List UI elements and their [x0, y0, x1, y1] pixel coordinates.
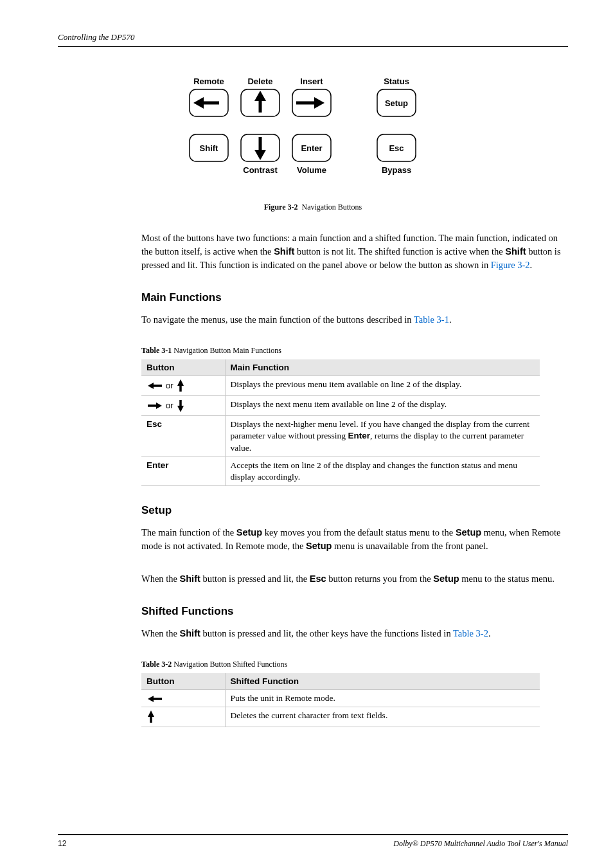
svg-marker-7	[254, 150, 266, 160]
setup-heading: Setup	[141, 504, 568, 517]
figure-3-2-link[interactable]: Figure 3-2	[491, 260, 530, 270]
table-row: Deletes the current character from text …	[141, 707, 540, 727]
arrow-down-icon	[176, 399, 185, 413]
svg-marker-5	[314, 97, 324, 109]
page-footer: 12 Dolby® DP570 Multichannel Audio Tool …	[58, 834, 568, 849]
intro-paragraph: Most of the buttons have two functions: …	[141, 231, 568, 272]
label-contrast: Contrast	[243, 165, 278, 175]
arrow-left-icon	[147, 694, 163, 703]
page-number: 12	[58, 839, 66, 848]
arrow-right-icon	[147, 401, 163, 410]
table-3-1-link[interactable]: Table 3-1	[414, 314, 449, 325]
shifted-functions-heading: Shifted Functions	[141, 605, 568, 618]
shifted-functions-para: When the Shift button is pressed and lit…	[141, 627, 568, 640]
svg-marker-9	[148, 383, 154, 389]
svg-marker-11	[177, 379, 184, 386]
arrow-left-icon	[193, 97, 219, 109]
svg-marker-1	[193, 97, 204, 109]
svg-marker-19	[148, 710, 154, 717]
label-delete: Delete	[247, 77, 272, 86]
svg-marker-3	[254, 91, 266, 101]
label-enter: Enter	[301, 143, 322, 153]
navigation-buttons-figure: .lab { font-family: Arial, Helvetica, sa…	[58, 73, 568, 191]
table-3-2-link[interactable]: Table 3-2	[453, 628, 488, 638]
label-volume: Volume	[297, 165, 326, 175]
label-insert: Insert	[300, 77, 323, 86]
arrow-right-icon	[296, 97, 324, 109]
main-functions-heading: Main Functions	[141, 291, 568, 304]
main-functions-para: To navigate the menus, use the main func…	[141, 313, 568, 327]
figure-caption-text: Navigation Buttons	[302, 203, 362, 212]
arrow-up-icon	[176, 379, 185, 393]
nav-buttons-svg: .lab { font-family: Arial, Helvetica, sa…	[184, 73, 441, 188]
t2-head-function: Shifted Function	[225, 673, 540, 690]
arrow-left-icon	[147, 381, 163, 390]
running-header: Controlling the DP570	[58, 32, 568, 47]
figure-label: Figure 3-2	[264, 203, 298, 212]
label-setup: Setup	[385, 98, 408, 108]
label-shift: Shift	[200, 143, 219, 153]
label-status: Status	[384, 77, 409, 86]
table-row: or Displays the previous menu item avail…	[141, 376, 540, 396]
svg-marker-13	[156, 402, 162, 409]
label-bypass: Bypass	[382, 165, 411, 175]
label-esc: Esc	[389, 143, 404, 153]
arrow-down-icon	[254, 137, 266, 160]
setup-para-2: When the Shift button is pressed and lit…	[141, 572, 568, 586]
svg-marker-17	[148, 696, 154, 702]
setup-para-1: The main function of the Setup key moves…	[141, 526, 568, 553]
table-row: Puts the unit in Remote mode.	[141, 690, 540, 707]
table-row: Esc Displays the next-higher menu level.…	[141, 416, 540, 457]
table-2-caption: Table 3-2 Navigation Button Shifted Func…	[141, 660, 568, 669]
t1-head-button: Button	[141, 359, 225, 376]
footer-title: Dolby® DP570 Multichannel Audio Tool Use…	[393, 839, 568, 849]
table-1: Button Main Function or Displays the pre…	[141, 359, 540, 486]
label-remote: Remote	[193, 77, 224, 86]
svg-marker-15	[177, 406, 184, 412]
figure-caption: Figure 3-2 Navigation Buttons	[58, 203, 568, 212]
arrow-up-icon	[147, 710, 155, 724]
table-row: Enter Accepts the item on line 2 of the …	[141, 457, 540, 485]
table-2: Button Shifted Function Puts the unit in…	[141, 673, 540, 727]
arrow-up-icon	[254, 91, 266, 113]
t1-head-function: Main Function	[225, 359, 540, 376]
t2-head-button: Button	[141, 673, 225, 690]
table-row: or Displays the next menu item available…	[141, 396, 540, 416]
table-1-caption: Table 3-1 Navigation Button Main Functio…	[141, 346, 568, 356]
